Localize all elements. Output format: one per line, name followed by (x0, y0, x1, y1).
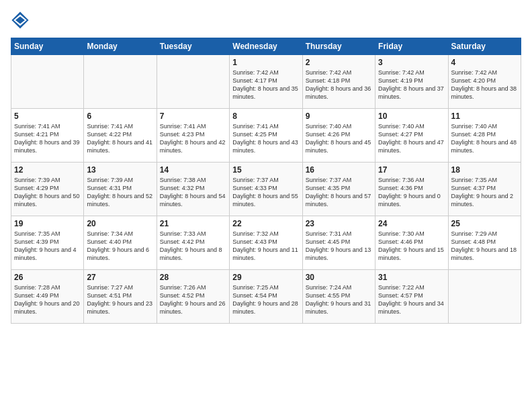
day-number: 1 (232, 58, 299, 67)
calendar-cell: 31Sunrise: 7:22 AM Sunset: 4:57 PM Dayli… (375, 270, 448, 324)
calendar-cell: 20Sunrise: 7:34 AM Sunset: 4:40 PM Dayli… (84, 216, 157, 270)
week-row-5: 26Sunrise: 7:28 AM Sunset: 4:49 PM Dayli… (11, 270, 521, 324)
calendar-cell (157, 55, 229, 109)
cell-content: Sunrise: 7:35 AM Sunset: 4:39 PM Dayligh… (14, 230, 81, 263)
calendar-cell: 6Sunrise: 7:41 AM Sunset: 4:22 PM Daylig… (84, 109, 157, 163)
header-saturday: Saturday (448, 38, 521, 55)
cell-content: Sunrise: 7:41 AM Sunset: 4:22 PM Dayligh… (87, 122, 153, 155)
calendar-cell: 30Sunrise: 7:24 AM Sunset: 4:55 PM Dayli… (302, 270, 375, 324)
cell-content: Sunrise: 7:25 AM Sunset: 4:54 PM Dayligh… (232, 283, 299, 316)
calendar-cell: 3Sunrise: 7:42 AM Sunset: 4:19 PM Daylig… (375, 55, 448, 109)
calendar-cell: 7Sunrise: 7:41 AM Sunset: 4:23 PM Daylig… (157, 109, 229, 163)
calendar-cell: 9Sunrise: 7:40 AM Sunset: 4:26 PM Daylig… (302, 109, 375, 163)
calendar-cell: 15Sunrise: 7:37 AM Sunset: 4:33 PM Dayli… (230, 163, 302, 216)
cell-content: Sunrise: 7:42 AM Sunset: 4:20 PM Dayligh… (451, 68, 518, 101)
cell-content: Sunrise: 7:40 AM Sunset: 4:28 PM Dayligh… (451, 122, 518, 155)
week-row-4: 19Sunrise: 7:35 AM Sunset: 4:39 PM Dayli… (11, 216, 521, 270)
logo-icon (11, 11, 30, 30)
calendar-cell: 21Sunrise: 7:33 AM Sunset: 4:42 PM Dayli… (157, 216, 229, 270)
cell-content: Sunrise: 7:41 AM Sunset: 4:23 PM Dayligh… (160, 122, 226, 155)
header-wednesday: Wednesday (230, 38, 302, 55)
cell-content: Sunrise: 7:36 AM Sunset: 4:36 PM Dayligh… (378, 176, 445, 209)
week-row-2: 5Sunrise: 7:41 AM Sunset: 4:21 PM Daylig… (11, 109, 521, 163)
cell-content: Sunrise: 7:22 AM Sunset: 4:57 PM Dayligh… (378, 283, 445, 316)
page-header (11, 11, 521, 30)
day-number: 27 (87, 273, 153, 282)
day-number: 20 (87, 219, 153, 228)
cell-content: Sunrise: 7:40 AM Sunset: 4:27 PM Dayligh… (378, 122, 445, 155)
calendar-cell: 1Sunrise: 7:42 AM Sunset: 4:17 PM Daylig… (230, 55, 302, 109)
cell-content: Sunrise: 7:38 AM Sunset: 4:32 PM Dayligh… (160, 176, 226, 209)
cell-content: Sunrise: 7:39 AM Sunset: 4:29 PM Dayligh… (14, 176, 81, 209)
logo (11, 11, 32, 30)
day-number: 13 (87, 165, 153, 175)
day-number: 23 (306, 219, 372, 228)
calendar-cell (84, 55, 157, 109)
cell-content: Sunrise: 7:42 AM Sunset: 4:19 PM Dayligh… (378, 68, 445, 101)
day-number: 9 (306, 111, 372, 121)
header-thursday: Thursday (302, 38, 375, 55)
day-number: 29 (232, 273, 299, 282)
calendar-cell: 8Sunrise: 7:41 AM Sunset: 4:25 PM Daylig… (230, 109, 302, 163)
calendar-cell: 19Sunrise: 7:35 AM Sunset: 4:39 PM Dayli… (11, 216, 84, 270)
calendar-cell: 27Sunrise: 7:27 AM Sunset: 4:51 PM Dayli… (84, 270, 157, 324)
calendar-cell: 4Sunrise: 7:42 AM Sunset: 4:20 PM Daylig… (448, 55, 521, 109)
cell-content: Sunrise: 7:32 AM Sunset: 4:43 PM Dayligh… (232, 230, 299, 263)
cell-content: Sunrise: 7:39 AM Sunset: 4:31 PM Dayligh… (87, 176, 153, 209)
day-number: 22 (232, 219, 299, 228)
header-row: SundayMondayTuesdayWednesdayThursdayFrid… (11, 38, 521, 55)
cell-content: Sunrise: 7:42 AM Sunset: 4:18 PM Dayligh… (306, 68, 372, 101)
day-number: 17 (378, 165, 445, 175)
cell-content: Sunrise: 7:24 AM Sunset: 4:55 PM Dayligh… (306, 283, 372, 316)
calendar-cell: 22Sunrise: 7:32 AM Sunset: 4:43 PM Dayli… (230, 216, 302, 270)
day-number: 16 (306, 165, 372, 175)
cell-content: Sunrise: 7:33 AM Sunset: 4:42 PM Dayligh… (160, 230, 226, 263)
cell-content: Sunrise: 7:37 AM Sunset: 4:33 PM Dayligh… (232, 176, 299, 209)
calendar-cell: 17Sunrise: 7:36 AM Sunset: 4:36 PM Dayli… (375, 163, 448, 216)
header-monday: Monday (84, 38, 157, 55)
day-number: 7 (160, 111, 226, 121)
cell-content: Sunrise: 7:26 AM Sunset: 4:52 PM Dayligh… (160, 283, 226, 316)
calendar-cell: 26Sunrise: 7:28 AM Sunset: 4:49 PM Dayli… (11, 270, 84, 324)
day-number: 21 (160, 219, 226, 228)
header-friday: Friday (375, 38, 448, 55)
day-number: 25 (451, 219, 518, 228)
day-number: 6 (87, 111, 153, 121)
cell-content: Sunrise: 7:30 AM Sunset: 4:46 PM Dayligh… (378, 230, 445, 263)
calendar-cell: 29Sunrise: 7:25 AM Sunset: 4:54 PM Dayli… (230, 270, 302, 324)
calendar-cell (448, 270, 521, 324)
day-number: 18 (451, 165, 518, 175)
cell-content: Sunrise: 7:41 AM Sunset: 4:21 PM Dayligh… (14, 122, 81, 155)
cell-content: Sunrise: 7:41 AM Sunset: 4:25 PM Dayligh… (232, 122, 299, 155)
cell-content: Sunrise: 7:27 AM Sunset: 4:51 PM Dayligh… (87, 283, 153, 316)
calendar-cell: 2Sunrise: 7:42 AM Sunset: 4:18 PM Daylig… (302, 55, 375, 109)
calendar-cell: 18Sunrise: 7:35 AM Sunset: 4:37 PM Dayli… (448, 163, 521, 216)
day-number: 11 (451, 111, 518, 121)
calendar-cell: 25Sunrise: 7:29 AM Sunset: 4:48 PM Dayli… (448, 216, 521, 270)
day-number: 26 (14, 273, 81, 282)
cell-content: Sunrise: 7:31 AM Sunset: 4:45 PM Dayligh… (306, 230, 372, 263)
day-number: 24 (378, 219, 445, 228)
calendar-table: SundayMondayTuesdayWednesdayThursdayFrid… (11, 38, 521, 324)
day-number: 5 (14, 111, 81, 121)
day-number: 15 (232, 165, 299, 175)
cell-content: Sunrise: 7:37 AM Sunset: 4:35 PM Dayligh… (306, 176, 372, 209)
calendar-cell: 10Sunrise: 7:40 AM Sunset: 4:27 PM Dayli… (375, 109, 448, 163)
cell-content: Sunrise: 7:34 AM Sunset: 4:40 PM Dayligh… (87, 230, 153, 263)
calendar-cell (11, 55, 84, 109)
week-row-3: 12Sunrise: 7:39 AM Sunset: 4:29 PM Dayli… (11, 163, 521, 216)
day-number: 10 (378, 111, 445, 121)
day-number: 28 (160, 273, 226, 282)
calendar-cell: 23Sunrise: 7:31 AM Sunset: 4:45 PM Dayli… (302, 216, 375, 270)
calendar-cell: 24Sunrise: 7:30 AM Sunset: 4:46 PM Dayli… (375, 216, 448, 270)
week-row-1: 1Sunrise: 7:42 AM Sunset: 4:17 PM Daylig… (11, 55, 521, 109)
cell-content: Sunrise: 7:40 AM Sunset: 4:26 PM Dayligh… (306, 122, 372, 155)
day-number: 4 (451, 58, 518, 67)
day-number: 2 (306, 58, 372, 67)
cell-content: Sunrise: 7:28 AM Sunset: 4:49 PM Dayligh… (14, 283, 81, 316)
cell-content: Sunrise: 7:42 AM Sunset: 4:17 PM Dayligh… (232, 68, 299, 101)
header-sunday: Sunday (11, 38, 84, 55)
calendar-cell: 28Sunrise: 7:26 AM Sunset: 4:52 PM Dayli… (157, 270, 229, 324)
calendar-cell: 11Sunrise: 7:40 AM Sunset: 4:28 PM Dayli… (448, 109, 521, 163)
day-number: 3 (378, 58, 445, 67)
